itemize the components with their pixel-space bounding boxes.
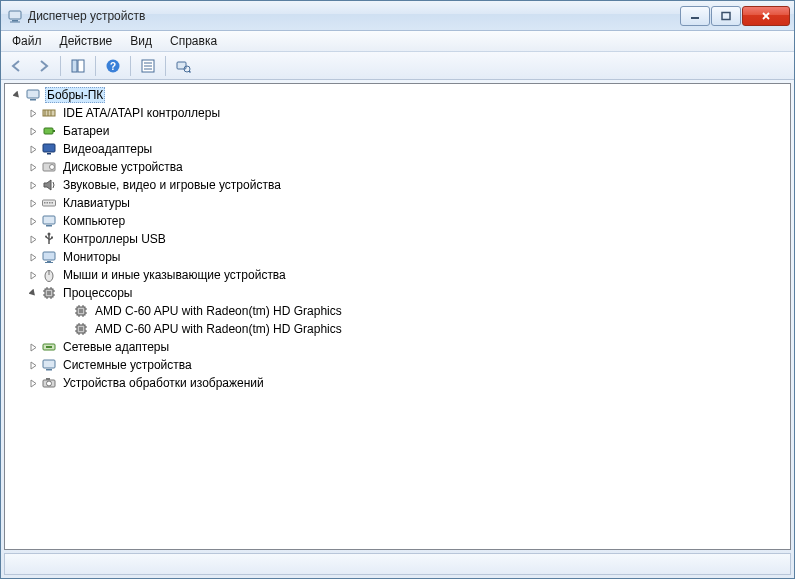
minimize-button[interactable] (680, 6, 710, 26)
tree-category-computer[interactable]: Компьютер (5, 212, 790, 230)
expand-icon[interactable] (25, 339, 41, 355)
device-manager-window: Диспетчер устройств Файл Действие Вид Сп… (0, 0, 795, 579)
tree-category-keyboards[interactable]: Клавиатуры (5, 194, 790, 212)
expand-icon[interactable] (25, 375, 41, 391)
computer-icon (25, 87, 41, 103)
svg-rect-40 (51, 237, 53, 239)
tree-label: Батареи (61, 123, 111, 139)
tree-category-processors[interactable]: Процессоры (5, 284, 790, 302)
tree-root-label[interactable]: Бобры-ПК (45, 87, 105, 103)
window-controls (680, 6, 790, 26)
nav-forward-button[interactable] (31, 55, 55, 77)
svg-rect-43 (45, 262, 53, 263)
imaging-icon (41, 375, 57, 391)
usb-icon (41, 231, 57, 247)
tree-label: Видеоадаптеры (61, 141, 154, 157)
tree-item-cpu-1[interactable]: AMD C-60 APU with Radeon(tm) HD Graphics (5, 320, 790, 338)
tree-label: Дисковые устройства (61, 159, 185, 175)
expander-empty (57, 303, 73, 319)
tree-label: Процессоры (61, 285, 135, 301)
disk-icon (41, 159, 57, 175)
tree-category-disks[interactable]: Дисковые устройства (5, 158, 790, 176)
tree-label: IDE ATA/ATAPI контроллеры (61, 105, 222, 121)
menu-action[interactable]: Действие (51, 32, 122, 50)
tree-label: Клавиатуры (61, 195, 132, 211)
svg-rect-24 (44, 128, 53, 134)
svg-rect-1 (12, 20, 18, 22)
svg-rect-79 (46, 369, 52, 371)
expand-icon[interactable] (25, 123, 41, 139)
expand-icon[interactable] (25, 159, 41, 175)
content-wrapper: Бобры-ПК IDE ATA/ATAPI контроллеры Батар… (1, 80, 794, 578)
properties-button[interactable] (136, 55, 160, 77)
expand-icon[interactable] (25, 141, 41, 157)
svg-rect-67 (79, 327, 83, 331)
tree-category-sound[interactable]: Звуковые, видео и игровые устройства (5, 176, 790, 194)
tree-root[interactable]: Бобры-ПК (5, 86, 790, 104)
display-adapter-icon (41, 141, 57, 157)
menu-help[interactable]: Справка (161, 32, 226, 50)
svg-rect-25 (53, 130, 55, 132)
expand-icon[interactable] (25, 267, 41, 283)
network-icon (41, 339, 57, 355)
svg-rect-4 (722, 12, 730, 19)
tree-label: Компьютер (61, 213, 127, 229)
svg-point-29 (50, 165, 55, 170)
expand-icon[interactable] (25, 231, 41, 247)
device-tree-pane[interactable]: Бобры-ПК IDE ATA/ATAPI контроллеры Батар… (4, 83, 791, 550)
toolbar-separator (130, 56, 131, 76)
svg-rect-33 (49, 202, 51, 204)
svg-rect-2 (10, 21, 20, 22)
expander-empty (57, 321, 73, 337)
tree-category-monitors[interactable]: Мониторы (5, 248, 790, 266)
expand-icon[interactable] (25, 105, 41, 121)
svg-rect-8 (78, 60, 84, 72)
svg-rect-35 (43, 216, 55, 224)
collapse-icon[interactable] (25, 285, 41, 301)
close-button[interactable] (742, 6, 790, 26)
tree-category-imaging[interactable]: Устройства обработки изображений (5, 374, 790, 392)
mouse-icon (41, 267, 57, 283)
help-button[interactable]: ? (101, 55, 125, 77)
tree-category-batteries[interactable]: Батареи (5, 122, 790, 140)
menubar: Файл Действие Вид Справка (1, 31, 794, 52)
nav-back-button[interactable] (5, 55, 29, 77)
battery-icon (41, 123, 57, 139)
menu-file[interactable]: Файл (3, 32, 51, 50)
tree-category-usb[interactable]: Контроллеры USB (5, 230, 790, 248)
tree-category-network[interactable]: Сетевые адаптеры (5, 338, 790, 356)
monitor-icon (41, 249, 57, 265)
svg-rect-77 (46, 346, 52, 348)
maximize-button[interactable] (711, 6, 741, 26)
svg-rect-41 (43, 252, 55, 260)
tree-category-display[interactable]: Видеоадаптеры (5, 140, 790, 158)
expand-icon[interactable] (25, 357, 41, 373)
ide-controller-icon (41, 105, 57, 121)
status-bar (4, 553, 791, 575)
svg-rect-27 (47, 153, 51, 155)
tree-category-system[interactable]: Системные устройства (5, 356, 790, 374)
processor-icon (41, 285, 57, 301)
tree-category-ide[interactable]: IDE ATA/ATAPI контроллеры (5, 104, 790, 122)
expand-icon[interactable] (25, 213, 41, 229)
show-hide-tree-button[interactable] (66, 55, 90, 77)
scan-hardware-button[interactable] (171, 55, 195, 77)
menu-view[interactable]: Вид (121, 32, 161, 50)
device-manager-icon (7, 8, 23, 24)
computer-icon (41, 213, 57, 229)
expand-icon[interactable] (25, 177, 41, 193)
processor-icon (73, 303, 89, 319)
svg-line-17 (189, 71, 191, 73)
tree-item-cpu-0[interactable]: AMD C-60 APU with Radeon(tm) HD Graphics (5, 302, 790, 320)
titlebar[interactable]: Диспетчер устройств (1, 1, 794, 31)
tree-category-mice[interactable]: Мыши и иные указывающие устройства (5, 266, 790, 284)
expand-icon[interactable] (25, 249, 41, 265)
svg-rect-31 (44, 202, 46, 204)
window-title: Диспетчер устройств (28, 9, 680, 23)
tree-label: Системные устройства (61, 357, 194, 373)
svg-rect-42 (47, 261, 51, 262)
tree-item-label: AMD C-60 APU with Radeon(tm) HD Graphics (93, 303, 344, 319)
svg-rect-0 (9, 11, 21, 19)
expand-icon[interactable] (25, 195, 41, 211)
collapse-icon[interactable] (9, 87, 25, 103)
